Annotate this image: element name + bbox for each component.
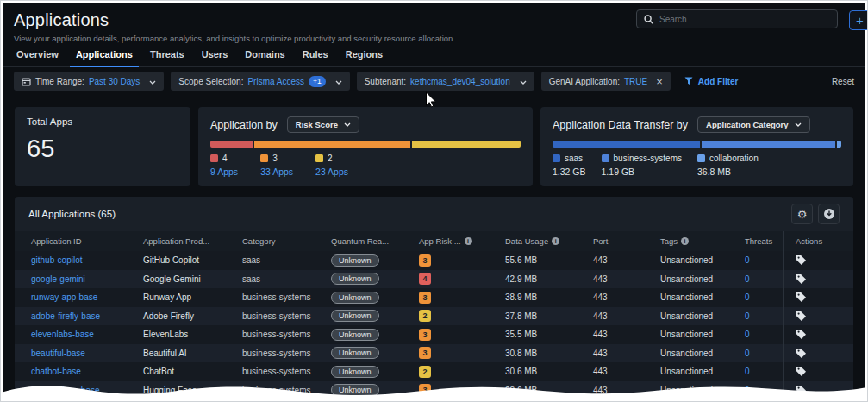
threats-count-link[interactable]: 0	[745, 274, 783, 284]
filter-label: GenAI Application:	[549, 77, 620, 86]
app-id-link[interactable]: elevenlabs-base	[31, 330, 143, 339]
actions-cell	[783, 288, 837, 307]
filter-chip-genai-application[interactable]: GenAI Application: TRUE ×	[541, 72, 671, 91]
risk-legend-item: 4 9 Apps	[210, 154, 238, 177]
info-icon[interactable]: i	[552, 237, 559, 245]
table-row[interactable]: adobe-firefly-base Adobe Firefly busines…	[15, 307, 853, 326]
download-icon	[823, 208, 835, 220]
data-usage-cell: 42.9 MB	[505, 274, 593, 284]
table-title: All Applications (65)	[28, 209, 116, 219]
apps-count-link[interactable]: 33 Apps	[260, 166, 293, 177]
filter-chip-time-range[interactable]: Time Range: Past 30 Days	[14, 72, 164, 91]
col-header-application-id[interactable]: Application ID	[31, 236, 143, 246]
col-header-quantum-readiness[interactable]: Quantum Rea...	[331, 236, 419, 246]
app-id-link[interactable]: google-gemini	[31, 274, 143, 284]
threats-count-link[interactable]: 0	[745, 255, 783, 265]
table-export-button[interactable]	[818, 204, 840, 224]
tab-overview[interactable]: Overview	[14, 49, 61, 66]
app-id-link[interactable]: chatbot-base	[31, 367, 143, 376]
risk-badge: 2	[419, 310, 431, 322]
col-header-threats[interactable]: Threats	[745, 236, 783, 246]
threats-count-link[interactable]: 0	[745, 311, 783, 321]
bar-segment-saas[interactable]	[553, 141, 700, 148]
col-header-tags[interactable]: Tagsi	[660, 236, 745, 246]
tag-action-icon[interactable]	[796, 311, 807, 322]
add-filter-button[interactable]: Add Filter	[684, 77, 739, 86]
legend-swatch	[697, 154, 705, 162]
app-id-link[interactable]: beautiful-base	[31, 349, 143, 358]
transfer-value: 1.32 GB	[553, 166, 586, 177]
apps-count-link[interactable]: 9 Apps	[210, 166, 238, 177]
bar-segment-4[interactable]	[210, 141, 253, 148]
threats-count-link[interactable]: 0	[745, 330, 783, 339]
bar-segment-collaboration[interactable]	[837, 141, 841, 148]
app-id-link[interactable]: adobe-firefly-base	[31, 311, 143, 321]
calendar-icon	[22, 77, 31, 86]
add-button[interactable]: +	[849, 10, 868, 30]
table-settings-button[interactable]: ⚙	[791, 204, 813, 224]
data-usage-cell: 30.6 MB	[505, 367, 593, 376]
category-cell: saas	[242, 255, 331, 265]
tab-regions[interactable]: Regions	[343, 49, 385, 66]
table-row[interactable]: runway-app-base Runway App business-syst…	[15, 288, 853, 307]
tab-threats[interactable]: Threats	[147, 49, 187, 66]
table-row[interactable]: beautiful-base Beautiful AI business-sys…	[15, 344, 853, 363]
quantum-readiness-badge: Unknown	[331, 292, 379, 304]
filter-chip-scope-selection[interactable]: Scope Selection: Prisma Access +1	[171, 72, 349, 91]
col-header-data-usage[interactable]: Data Usagei	[505, 236, 593, 246]
col-header-app-risk[interactable]: App Risk ...i	[419, 236, 505, 246]
apps-count-link[interactable]: 23 Apps	[315, 166, 348, 177]
app-product-cell: Beautiful AI	[143, 349, 242, 358]
total-apps-label: Total Apps	[27, 116, 178, 127]
threats-count-link[interactable]: 0	[745, 349, 783, 358]
app-id-link[interactable]: runway-app-base	[31, 292, 143, 302]
tab-applications[interactable]: Applications	[73, 49, 135, 66]
table-row[interactable]: google-gemini Google Gemini saas Unknown…	[15, 270, 853, 289]
tab-users[interactable]: Users	[199, 49, 231, 66]
threats-count-link[interactable]: 0	[745, 292, 783, 302]
data-transfer-stacked-bar	[553, 141, 841, 148]
transfer-legend: saas 1.32 GB business-systems 1.19 GB co…	[553, 154, 841, 177]
tag-action-icon[interactable]	[796, 292, 807, 303]
risk-badge: 3	[419, 329, 431, 341]
filter-chip-subtenant[interactable]: Subtenant: kethcmas_dev04_solution	[357, 72, 534, 91]
tab-domains[interactable]: Domains	[242, 49, 287, 66]
tag-action-icon[interactable]	[796, 329, 807, 340]
tag-action-icon[interactable]	[796, 348, 807, 359]
port-cell: 443	[593, 292, 660, 302]
bar-segment-business-systems[interactable]	[702, 141, 835, 148]
app-product-cell: Google Gemini	[143, 274, 242, 284]
risk-score-selector[interactable]: Risk Score	[287, 116, 359, 133]
transfer-legend-item: saas 1.32 GB	[553, 154, 586, 177]
tags-cell: Unsanctioned	[660, 274, 745, 284]
search-box[interactable]	[636, 9, 838, 28]
col-header-category[interactable]: Category	[242, 236, 331, 246]
col-header-application-product[interactable]: Application Prod...	[143, 236, 242, 246]
port-cell: 443	[593, 274, 660, 284]
tag-action-icon[interactable]	[796, 273, 807, 285]
app-id-link[interactable]: github-copilot	[31, 255, 143, 265]
search-input[interactable]	[659, 15, 830, 24]
port-cell: 443	[593, 255, 660, 265]
filter-value: kethcmas_dev04_solution	[410, 77, 510, 86]
bar-segment-3[interactable]	[254, 141, 410, 148]
tab-rules[interactable]: Rules	[300, 49, 331, 66]
close-icon[interactable]: ×	[656, 76, 663, 87]
tag-action-icon[interactable]	[796, 254, 807, 266]
reset-button[interactable]: Reset	[832, 77, 854, 86]
risk-badge: 2	[419, 366, 431, 378]
table-row[interactable]: github-copilot GitHub Copilot saas Unkno…	[15, 251, 853, 270]
table-row[interactable]: elevenlabs-base ElevenLabs business-syst…	[15, 325, 853, 344]
transfer-legend-item: collaboration 36.8 MB	[697, 154, 759, 177]
total-apps-value: 65	[27, 135, 178, 163]
category-selector[interactable]: Application Category	[697, 116, 810, 133]
table-row[interactable]: chatbot-base ChatBot business-systems Un…	[15, 362, 853, 381]
info-icon[interactable]: i	[681, 237, 689, 245]
data-usage-cell: 30.8 MB	[505, 349, 593, 358]
threats-count-link[interactable]: 0	[745, 367, 783, 376]
col-header-port[interactable]: Port	[593, 236, 660, 246]
tag-action-icon[interactable]	[796, 366, 807, 377]
mouse-cursor	[425, 91, 437, 109]
bar-segment-2[interactable]	[412, 141, 521, 148]
info-icon[interactable]: i	[465, 237, 472, 245]
